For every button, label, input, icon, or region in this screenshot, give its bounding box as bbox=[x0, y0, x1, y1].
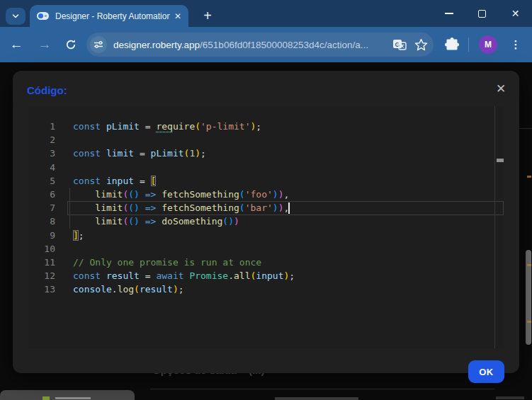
toolbar-separator bbox=[468, 38, 469, 52]
code-token bbox=[73, 216, 95, 227]
profile-avatar[interactable]: M bbox=[479, 35, 497, 54]
url-text[interactable]: designer.roberty.app/651b06fd0f185000082… bbox=[113, 40, 391, 50]
code-token: ; bbox=[179, 284, 184, 295]
code-token: pLimit bbox=[151, 148, 184, 159]
code-token: , bbox=[283, 189, 289, 200]
code-token bbox=[140, 202, 145, 213]
code-line: const pLimit = require('p-limit'); bbox=[73, 120, 295, 133]
code-token: const bbox=[73, 176, 106, 186]
minimize-button[interactable] bbox=[432, 0, 465, 27]
code-token: pLimit bbox=[106, 121, 145, 132]
scrollbar-marker bbox=[527, 264, 531, 266]
line-number: 5 bbox=[28, 174, 55, 188]
line-number: 4 bbox=[28, 161, 55, 174]
tab-title: Designer - Roberty Automation bbox=[55, 11, 170, 21]
code-editor[interactable]: 12345678910111213 const pLimit = require… bbox=[28, 106, 504, 348]
code-token: console bbox=[73, 284, 112, 295]
code-token: ; bbox=[256, 121, 261, 132]
address-bar[interactable]: designer.roberty.app/651b06fd0f185000082… bbox=[86, 33, 434, 57]
code-token bbox=[73, 202, 95, 213]
code-line: limit(() => fetchSomething('bar')), bbox=[73, 201, 295, 215]
code-token: ) bbox=[273, 189, 278, 200]
dialog-close-button[interactable]: ✕ bbox=[492, 80, 509, 97]
code-token: ( bbox=[128, 202, 134, 213]
url-path: /651b06fd0f18500008253d4c/action/a... bbox=[200, 40, 368, 50]
tab-close-icon[interactable]: ✕ bbox=[174, 11, 181, 21]
code-token: 'foo' bbox=[245, 189, 273, 200]
line-number: 10 bbox=[28, 242, 55, 256]
code-token: limit bbox=[95, 216, 123, 227]
code-token: log bbox=[118, 284, 134, 295]
code-token: = bbox=[140, 148, 151, 159]
chevron-down-icon bbox=[11, 12, 20, 21]
puzzle-icon bbox=[445, 38, 459, 52]
code-token: ; bbox=[289, 270, 295, 281]
line-number: 3 bbox=[28, 147, 55, 160]
browser-window: Designer - Roberty Automation ✕ + ✕ ← → … bbox=[0, 0, 532, 400]
code-token: const bbox=[73, 148, 106, 159]
window-controls: ✕ bbox=[432, 0, 532, 27]
code-token: input bbox=[256, 270, 283, 281]
code-line bbox=[73, 242, 295, 256]
line-number: 6 bbox=[28, 188, 55, 201]
code-token: result bbox=[140, 284, 173, 295]
line-number: 2 bbox=[28, 133, 55, 147]
bookmark-button[interactable] bbox=[412, 36, 429, 53]
code-token: result bbox=[106, 270, 145, 281]
code-token: limit bbox=[95, 202, 123, 213]
site-info-button[interactable] bbox=[90, 36, 107, 53]
reload-button[interactable] bbox=[63, 37, 79, 52]
code-line: const result = await Promise.all(input); bbox=[73, 269, 295, 282]
forward-button[interactable]: → bbox=[37, 37, 52, 52]
code-token: = bbox=[140, 176, 151, 186]
code-token: limit bbox=[95, 189, 123, 200]
line-number: 12 bbox=[28, 269, 55, 282]
browser-tab[interactable]: Designer - Roberty Automation ✕ bbox=[30, 5, 188, 27]
code-token: await bbox=[156, 270, 189, 281]
editor-scrollbar-track bbox=[494, 106, 495, 348]
code-line: const limit = pLimit(1); bbox=[73, 147, 295, 160]
code-line: console.log(result); bbox=[73, 282, 295, 296]
code-token: ) bbox=[173, 284, 179, 295]
editor-code: const pLimit = require('p-limit');const … bbox=[73, 120, 295, 296]
code-token: = bbox=[145, 121, 157, 132]
window-close-button[interactable]: ✕ bbox=[499, 0, 532, 27]
code-token: req bbox=[156, 121, 172, 132]
code-token: Promise bbox=[189, 270, 228, 281]
translate-button[interactable]: G bbox=[391, 36, 408, 53]
code-dialog: Código: ✕ 12345678910111213 const pLimit… bbox=[13, 71, 519, 373]
browser-titlebar: Designer - Roberty Automation ✕ + ✕ bbox=[0, 0, 532, 27]
maximize-icon bbox=[478, 10, 486, 18]
editor-scrollbar-thumb[interactable] bbox=[497, 159, 504, 162]
background-toast-accent bbox=[43, 396, 50, 400]
ok-button[interactable]: OK bbox=[468, 360, 504, 383]
browser-menu-button[interactable]: ⋮ bbox=[507, 36, 524, 53]
code-token: ) bbox=[195, 148, 200, 159]
code-line: const input = [ bbox=[73, 174, 295, 188]
roberty-favicon-icon bbox=[37, 12, 49, 20]
back-button[interactable]: ← bbox=[9, 37, 24, 52]
text-cursor bbox=[288, 202, 290, 214]
new-tab-button[interactable]: + bbox=[198, 6, 217, 25]
code-token: input bbox=[106, 176, 140, 186]
background-text-fragment bbox=[496, 396, 524, 399]
tab-search-button[interactable] bbox=[6, 8, 26, 25]
tune-icon bbox=[94, 40, 103, 50]
editor-gutter: 12345678910111213 bbox=[28, 120, 55, 296]
line-number: 13 bbox=[28, 282, 55, 296]
maximize-button[interactable] bbox=[465, 0, 499, 27]
indent-guide bbox=[69, 188, 70, 229]
code-line: // Only one promise is run at once bbox=[73, 256, 295, 269]
window-close-icon: ✕ bbox=[511, 8, 520, 19]
line-number: 9 bbox=[28, 229, 55, 242]
code-line bbox=[73, 161, 295, 174]
extensions-button[interactable] bbox=[443, 36, 460, 53]
background-section-divider bbox=[150, 389, 495, 389]
code-token: = bbox=[145, 270, 157, 281]
minimize-icon bbox=[445, 13, 453, 14]
url-domain: designer.roberty.app bbox=[113, 40, 200, 50]
code-token bbox=[73, 189, 95, 200]
code-token: . bbox=[228, 270, 234, 281]
code-token: ( bbox=[239, 202, 245, 213]
code-line: ]; bbox=[73, 229, 295, 242]
